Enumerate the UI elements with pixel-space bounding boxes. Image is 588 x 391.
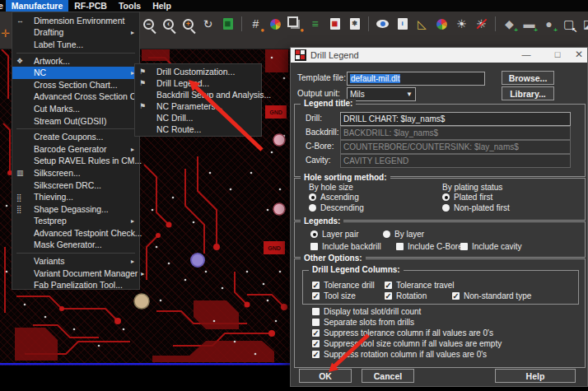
add-polygon-icon[interactable]: ◆+ — [501, 15, 518, 33]
help-button[interactable]: Help — [495, 369, 576, 383]
board-icon[interactable]: ▦ — [219, 15, 236, 33]
menu-item-silkscreen-drc[interactable]: Silkscreen DRC... — [12, 179, 139, 192]
by-plating-status-label: By plating status — [442, 183, 502, 192]
menu-item-advanced-testpoint-check[interactable]: Advanced Testpoint Check... — [12, 227, 139, 240]
backdrill-label: Backdrill: — [306, 128, 339, 137]
redraw-icon[interactable]: ↻ — [199, 15, 217, 33]
menu-item-label-tune[interactable]: Label Tune... — [12, 39, 139, 51]
menubar-item-manufacture[interactable]: Manufacture — [6, 0, 68, 12]
menu-item-fab-panelization-tool[interactable]: Fab Panelization Tool... — [12, 279, 139, 291]
brightness-icon[interactable]: ☀ — [453, 15, 470, 33]
pin-icon[interactable]: ✛ — [1, 27, 10, 40]
submenu-item-nc-parameters[interactable]: ⚑NC Parameters... — [135, 100, 261, 112]
menu-item-label: Shape Degassing... — [34, 205, 109, 214]
checkbox-include-backdrill[interactable]: Include backdrill — [310, 242, 381, 251]
doc-info-icon[interactable]: i — [394, 15, 411, 33]
checkbox-tolerance-drill[interactable]: Tolerance drill — [312, 281, 375, 290]
menu-item-shape-degassing[interactable]: ⣿Shape Degassing... — [12, 203, 139, 216]
radio-layer-pair[interactable]: Layer pair — [310, 230, 358, 239]
add-circle-icon[interactable]: ●+ — [540, 15, 558, 33]
drill-title-input[interactable]: DRILL CHART: $lay_nams$ — [340, 112, 571, 126]
palette-icon[interactable] — [433, 15, 450, 33]
doc-gear-icon[interactable]: ✱ — [346, 15, 363, 33]
cancel-button[interactable]: Cancel — [362, 369, 414, 383]
color-wheel-shape — [436, 19, 447, 30]
zoom-out-icon[interactable]: − — [140, 15, 157, 33]
submenu-item-drill-customization[interactable]: ⚑Drill Customization... — [135, 66, 261, 77]
pcb-purple-pad — [191, 254, 204, 267]
menu-item-artwork[interactable]: ❖Artwork... — [12, 55, 139, 67]
checkbox-non-standard-type[interactable]: Non-standard type — [452, 291, 531, 300]
zoom-fit-icon[interactable]: + — [180, 15, 197, 33]
menubar-item-help[interactable]: Help — [147, 0, 177, 12]
library-button[interactable]: Library... — [502, 86, 554, 100]
menu-item-stream-out-gdsii[interactable]: Stream Out(GDSII) — [12, 115, 139, 128]
radio-by-layer[interactable]: By layer — [383, 230, 424, 239]
maximize-icon[interactable]: □ — [551, 48, 564, 63]
template-file-input[interactable]: default-mil.dlt — [347, 72, 485, 86]
browse-button[interactable]: Browse... — [502, 71, 554, 85]
output-unit-select[interactable]: Mils▼ — [347, 87, 416, 101]
add-rectangle-icon[interactable]: ▬+ — [520, 15, 538, 33]
select-icon[interactable]: ▢↖ — [560, 15, 577, 33]
zoom-previous-icon[interactable]: ‹ — [160, 15, 177, 33]
menubar-item-rf-pcb[interactable]: RF-PCB — [68, 0, 113, 12]
minimize-icon[interactable]: — — [520, 48, 533, 63]
checkbox-tool-size[interactable]: Tool size — [312, 291, 356, 300]
radio-ascending[interactable]: Ascending — [309, 193, 359, 202]
menu-item-barcode-generator[interactable]: Barcode Generator▸ — [12, 143, 139, 156]
ok-button[interactable]: OK — [299, 369, 352, 383]
checkbox-suppress-rotation[interactable]: Suppress rotation column if all values a… — [312, 350, 487, 359]
menu-item-nc[interactable]: NC▸ — [12, 67, 139, 79]
radio-non-plated-first[interactable]: Non-plated first — [442, 203, 510, 212]
brightness-off-icon[interactable]: ☀ — [473, 15, 490, 33]
radio-label: Descending — [320, 203, 364, 212]
checkbox-tolerance-travel[interactable]: Tolerance travel — [385, 281, 455, 290]
page-glyph: ▦ — [332, 21, 338, 27]
measure-icon[interactable]: ◺ — [413, 15, 431, 33]
checkbox-suppress-tool-size[interactable]: Suppress tool size column if all values … — [312, 339, 502, 348]
legends-group: Legends: — [294, 221, 586, 258]
doc-grid-icon[interactable]: ▦ — [326, 15, 343, 33]
menubar-item-tools[interactable]: Tools — [113, 0, 147, 12]
stack-icon[interactable]: ≡ — [306, 15, 324, 33]
checkbox-separate-slots[interactable]: Separate slots from drills — [312, 318, 414, 327]
menubar-item-partial[interactable]: e — [0, 0, 6, 12]
layers-icon[interactable]: ● — [287, 15, 304, 33]
menu-item-silkscreen[interactable]: ▥Silkscreen... — [12, 167, 139, 179]
checkbox-rotation[interactable]: Rotation — [385, 291, 427, 300]
radio-plated-first[interactable]: Plated first — [442, 193, 492, 202]
checkbox-include-cavity[interactable]: Include cavity — [460, 242, 522, 251]
menu-item-variants[interactable]: Variants▸ — [12, 255, 139, 268]
menu-item-cross-section-chart[interactable]: Cross Section Chart... — [12, 79, 139, 91]
checkbox-suppress-tolerance[interactable]: Suppress tolerance column if all values … — [312, 328, 493, 337]
color-wheel-icon[interactable] — [267, 15, 284, 33]
checkbox-include-c-bore[interactable]: Include C-Bore — [396, 242, 463, 251]
silkscreen-icon: ▥ — [16, 169, 24, 177]
menu-item-cut-marks[interactable]: Cut Marks... — [12, 103, 139, 115]
menu-item-dimension-environment[interactable]: ↔Dimension Environment — [12, 15, 139, 27]
menu-item-testprep[interactable]: Testprep▸ — [12, 216, 139, 228]
menu-item-advanced-cross-section-chart[interactable]: Advanced Cross Section Chart... — [12, 91, 139, 104]
contrast-icon[interactable]: ◪ — [580, 15, 588, 33]
artwork-icon: ❖ — [16, 57, 23, 65]
menu-item-create-coupons[interactable]: Create Coupons... — [12, 131, 139, 143]
menu-item-setup-ravel-rules-in-cm[interactable]: Setup RAVEL Rules in CM... — [12, 156, 139, 168]
dialog-titlebar[interactable]: Drill Legend — □ ✕ — [291, 48, 587, 63]
menu-item-variant-document-manager[interactable]: Variant Document Manager▸ — [12, 268, 139, 280]
checkbox-icon — [396, 243, 404, 250]
submenu-item-nc-drill[interactable]: NC Drill... — [135, 112, 261, 123]
chevron-down-icon: ▼ — [406, 88, 413, 100]
submenu-item-backdrill-setup-and-analysis[interactable]: Backdrill Setup and Analysis... — [135, 89, 261, 100]
grid-icon[interactable]: #● — [247, 15, 264, 33]
radio-descending[interactable]: Descending — [309, 203, 364, 212]
menu-item-thieving[interactable]: ⣿Thieving... — [12, 191, 139, 203]
menu-separator — [16, 253, 135, 254]
menu-item-mask-generator[interactable]: Mask Generator... — [12, 240, 139, 252]
close-icon[interactable]: ✕ — [572, 48, 586, 63]
submenu-item-drill-legend[interactable]: ⚑Drill Legend... — [135, 77, 261, 89]
menu-item-drafting[interactable]: Drafting▸ — [12, 27, 139, 40]
submenu-item-nc-route[interactable]: NC Route... — [135, 123, 261, 135]
checkbox-display-total-count[interactable]: Display total slot/drill count — [312, 307, 421, 316]
visibility-icon[interactable] — [374, 15, 391, 33]
